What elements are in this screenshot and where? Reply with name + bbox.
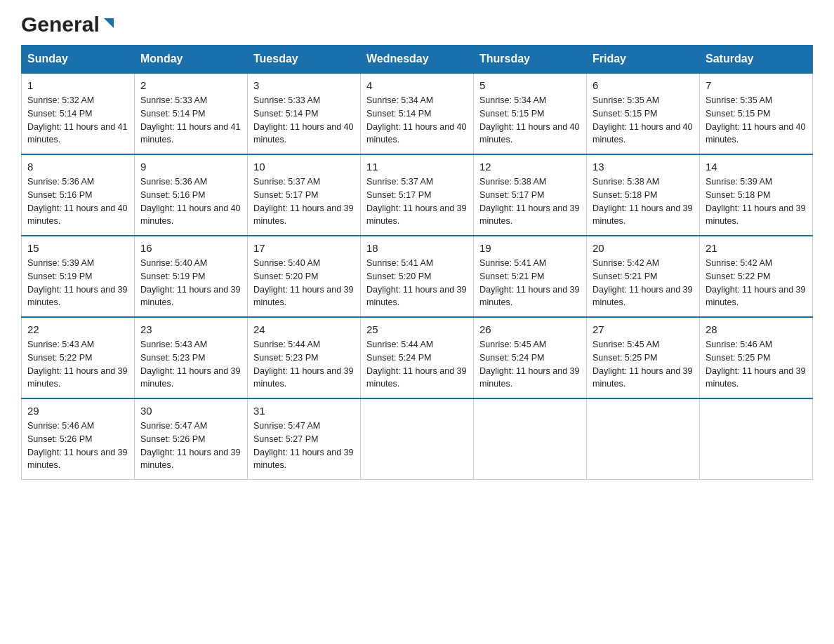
calendar-cell: 9 Sunrise: 5:36 AMSunset: 5:16 PMDayligh… <box>135 154 248 236</box>
logo-arrow-icon <box>101 15 117 31</box>
day-info: Sunrise: 5:37 AMSunset: 5:17 PMDaylight:… <box>366 175 468 228</box>
logo-general-text: General <box>21 14 100 35</box>
day-info: Sunrise: 5:47 AMSunset: 5:26 PMDaylight:… <box>140 420 241 472</box>
day-info: Sunrise: 5:46 AMSunset: 5:26 PMDaylight:… <box>27 420 128 472</box>
calendar-cell: 14 Sunrise: 5:39 AMSunset: 5:18 PMDaylig… <box>700 154 813 236</box>
day-number: 14 <box>706 161 807 173</box>
day-number: 8 <box>27 161 128 173</box>
day-number: 12 <box>479 161 581 173</box>
day-info: Sunrise: 5:39 AMSunset: 5:18 PMDaylight:… <box>706 175 807 228</box>
day-info: Sunrise: 5:36 AMSunset: 5:16 PMDaylight:… <box>140 175 241 228</box>
calendar-cell: 25 Sunrise: 5:44 AMSunset: 5:24 PMDaylig… <box>361 317 474 398</box>
calendar-cell: 31 Sunrise: 5:47 AMSunset: 5:27 PMDaylig… <box>248 398 361 480</box>
weekday-header-sunday: Sunday <box>22 46 135 74</box>
calendar-cell: 19 Sunrise: 5:41 AMSunset: 5:21 PMDaylig… <box>474 236 587 317</box>
day-info: Sunrise: 5:36 AMSunset: 5:16 PMDaylight:… <box>27 175 128 228</box>
calendar-table: SundayMondayTuesdayWednesdayThursdayFrid… <box>21 45 813 480</box>
calendar-cell: 23 Sunrise: 5:43 AMSunset: 5:23 PMDaylig… <box>135 317 248 398</box>
day-info: Sunrise: 5:41 AMSunset: 5:20 PMDaylight:… <box>366 257 468 309</box>
day-info: Sunrise: 5:42 AMSunset: 5:22 PMDaylight:… <box>706 257 807 309</box>
calendar-cell: 11 Sunrise: 5:37 AMSunset: 5:17 PMDaylig… <box>361 154 474 236</box>
calendar-cell: 18 Sunrise: 5:41 AMSunset: 5:20 PMDaylig… <box>361 236 474 317</box>
logo: General <box>21 14 117 32</box>
weekday-header-thursday: Thursday <box>474 46 587 74</box>
calendar-cell: 6 Sunrise: 5:35 AMSunset: 5:15 PMDayligh… <box>587 73 700 154</box>
calendar-header: SundayMondayTuesdayWednesdayThursdayFrid… <box>22 46 813 74</box>
day-number: 13 <box>593 161 694 173</box>
day-number: 20 <box>593 242 694 254</box>
day-info: Sunrise: 5:34 AMSunset: 5:15 PMDaylight:… <box>479 94 581 147</box>
calendar-cell: 16 Sunrise: 5:40 AMSunset: 5:19 PMDaylig… <box>135 236 248 317</box>
day-number: 9 <box>140 161 241 173</box>
day-number: 4 <box>366 79 468 91</box>
day-info: Sunrise: 5:37 AMSunset: 5:17 PMDaylight:… <box>253 175 355 228</box>
calendar-cell: 8 Sunrise: 5:36 AMSunset: 5:16 PMDayligh… <box>22 154 135 236</box>
day-number: 3 <box>253 79 355 91</box>
calendar-week-5: 29 Sunrise: 5:46 AMSunset: 5:26 PMDaylig… <box>22 398 813 480</box>
calendar-cell: 27 Sunrise: 5:45 AMSunset: 5:25 PMDaylig… <box>587 317 700 398</box>
logo-icon: General <box>21 14 117 32</box>
day-number: 18 <box>366 242 468 254</box>
day-info: Sunrise: 5:40 AMSunset: 5:19 PMDaylight:… <box>140 257 241 309</box>
calendar-cell <box>474 398 587 480</box>
calendar-cell: 22 Sunrise: 5:43 AMSunset: 5:22 PMDaylig… <box>22 317 135 398</box>
calendar-week-1: 1 Sunrise: 5:32 AMSunset: 5:14 PMDayligh… <box>22 73 813 154</box>
day-info: Sunrise: 5:38 AMSunset: 5:18 PMDaylight:… <box>593 175 694 228</box>
day-number: 5 <box>479 79 581 91</box>
weekday-header-wednesday: Wednesday <box>361 46 474 74</box>
calendar-week-4: 22 Sunrise: 5:43 AMSunset: 5:22 PMDaylig… <box>22 317 813 398</box>
day-info: Sunrise: 5:42 AMSunset: 5:21 PMDaylight:… <box>593 257 694 309</box>
calendar-cell <box>361 398 474 480</box>
day-info: Sunrise: 5:33 AMSunset: 5:14 PMDaylight:… <box>140 94 241 147</box>
day-info: Sunrise: 5:45 AMSunset: 5:25 PMDaylight:… <box>593 338 694 391</box>
day-info: Sunrise: 5:46 AMSunset: 5:25 PMDaylight:… <box>706 338 807 391</box>
calendar-cell: 5 Sunrise: 5:34 AMSunset: 5:15 PMDayligh… <box>474 73 587 154</box>
day-number: 10 <box>253 161 355 173</box>
day-number: 29 <box>27 405 128 417</box>
day-info: Sunrise: 5:44 AMSunset: 5:24 PMDaylight:… <box>366 338 468 391</box>
day-number: 19 <box>479 242 581 254</box>
calendar-cell: 17 Sunrise: 5:40 AMSunset: 5:20 PMDaylig… <box>248 236 361 317</box>
weekday-header-tuesday: Tuesday <box>248 46 361 74</box>
day-info: Sunrise: 5:38 AMSunset: 5:17 PMDaylight:… <box>479 175 581 228</box>
day-number: 21 <box>706 242 807 254</box>
day-number: 16 <box>140 242 241 254</box>
svg-marker-0 <box>104 18 114 28</box>
day-number: 1 <box>27 79 128 91</box>
day-number: 15 <box>27 242 128 254</box>
day-number: 31 <box>253 405 355 417</box>
day-number: 24 <box>253 323 355 335</box>
calendar-cell: 4 Sunrise: 5:34 AMSunset: 5:14 PMDayligh… <box>361 73 474 154</box>
weekday-header-friday: Friday <box>587 46 700 74</box>
day-number: 27 <box>593 323 694 335</box>
calendar-cell: 13 Sunrise: 5:38 AMSunset: 5:18 PMDaylig… <box>587 154 700 236</box>
calendar-cell: 10 Sunrise: 5:37 AMSunset: 5:17 PMDaylig… <box>248 154 361 236</box>
day-number: 22 <box>27 323 128 335</box>
day-info: Sunrise: 5:43 AMSunset: 5:22 PMDaylight:… <box>27 338 128 391</box>
calendar-cell: 2 Sunrise: 5:33 AMSunset: 5:14 PMDayligh… <box>135 73 248 154</box>
day-info: Sunrise: 5:39 AMSunset: 5:19 PMDaylight:… <box>27 257 128 309</box>
day-info: Sunrise: 5:35 AMSunset: 5:15 PMDaylight:… <box>706 94 807 147</box>
calendar-cell <box>587 398 700 480</box>
calendar-cell: 12 Sunrise: 5:38 AMSunset: 5:17 PMDaylig… <box>474 154 587 236</box>
weekday-header-saturday: Saturday <box>700 46 813 74</box>
day-info: Sunrise: 5:40 AMSunset: 5:20 PMDaylight:… <box>253 257 355 309</box>
calendar-cell: 1 Sunrise: 5:32 AMSunset: 5:14 PMDayligh… <box>22 73 135 154</box>
day-number: 25 <box>366 323 468 335</box>
day-info: Sunrise: 5:43 AMSunset: 5:23 PMDaylight:… <box>140 338 241 391</box>
calendar-cell: 15 Sunrise: 5:39 AMSunset: 5:19 PMDaylig… <box>22 236 135 317</box>
calendar-cell: 7 Sunrise: 5:35 AMSunset: 5:15 PMDayligh… <box>700 73 813 154</box>
day-number: 7 <box>706 79 807 91</box>
day-number: 28 <box>706 323 807 335</box>
calendar-cell: 21 Sunrise: 5:42 AMSunset: 5:22 PMDaylig… <box>700 236 813 317</box>
calendar-cell <box>700 398 813 480</box>
weekday-header-row: SundayMondayTuesdayWednesdayThursdayFrid… <box>22 46 813 74</box>
day-number: 30 <box>140 405 241 417</box>
calendar-cell: 30 Sunrise: 5:47 AMSunset: 5:26 PMDaylig… <box>135 398 248 480</box>
weekday-header-monday: Monday <box>135 46 248 74</box>
calendar-body: 1 Sunrise: 5:32 AMSunset: 5:14 PMDayligh… <box>22 73 813 480</box>
calendar-cell: 29 Sunrise: 5:46 AMSunset: 5:26 PMDaylig… <box>22 398 135 480</box>
day-info: Sunrise: 5:32 AMSunset: 5:14 PMDaylight:… <box>27 94 128 147</box>
day-info: Sunrise: 5:34 AMSunset: 5:14 PMDaylight:… <box>366 94 468 147</box>
calendar-cell: 24 Sunrise: 5:44 AMSunset: 5:23 PMDaylig… <box>248 317 361 398</box>
